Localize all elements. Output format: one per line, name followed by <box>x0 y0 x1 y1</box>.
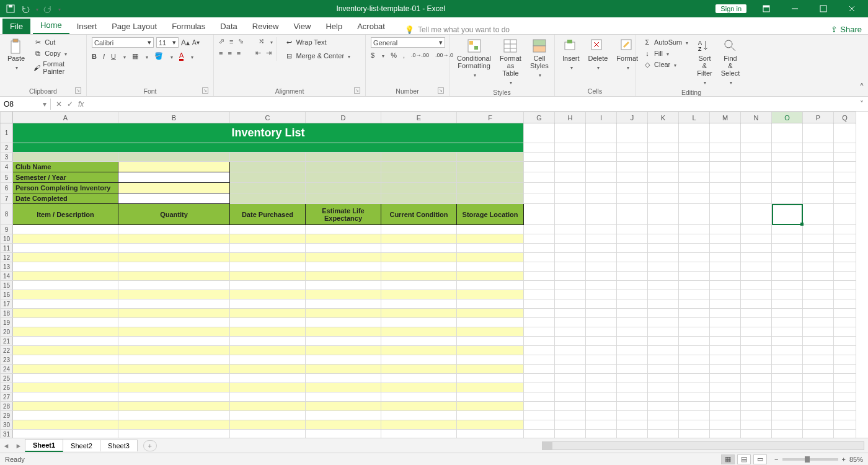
cell-K13[interactable] <box>648 262 679 272</box>
tab-formulas[interactable]: Formulas <box>164 19 213 34</box>
tab-help[interactable]: Help <box>318 19 350 34</box>
normal-view-icon[interactable]: ▦ <box>721 454 735 464</box>
cell-D17[interactable] <box>306 299 381 309</box>
name-box[interactable]: O8▾ <box>0 99 51 110</box>
cell-P13[interactable] <box>803 262 834 272</box>
new-sheet-button[interactable]: + <box>143 440 157 451</box>
cell-G24[interactable] <box>524 365 555 374</box>
decrease-indent-icon[interactable]: ⇤ <box>255 49 261 57</box>
cell-G19[interactable] <box>524 318 555 327</box>
cell-E18[interactable] <box>381 309 457 318</box>
fill-button[interactable]: ↓Fill <box>640 48 691 58</box>
cell-F27[interactable] <box>457 392 524 402</box>
bold-button[interactable]: B <box>92 53 97 60</box>
cell-A12[interactable] <box>13 253 118 262</box>
cell-D26[interactable] <box>306 383 381 392</box>
cell-K23[interactable] <box>648 355 679 365</box>
cell-I8[interactable] <box>586 204 617 225</box>
cell-C13[interactable] <box>230 262 306 272</box>
cell-E19[interactable] <box>381 318 457 327</box>
row-header-21[interactable]: 21 <box>1 337 13 346</box>
cell-Q11[interactable] <box>834 244 856 253</box>
cell-F20[interactable] <box>457 327 524 337</box>
decrease-font-icon[interactable]: A▾ <box>192 39 200 46</box>
cell-B12[interactable] <box>118 253 230 262</box>
cell-K10[interactable] <box>648 234 679 244</box>
cell-I15[interactable] <box>586 281 617 290</box>
cell-J21[interactable] <box>617 337 648 346</box>
orientation-button[interactable]: ⤭ <box>259 37 264 45</box>
cell-K12[interactable] <box>648 253 679 262</box>
cell-E17[interactable] <box>381 299 457 309</box>
cell-N21[interactable] <box>741 337 772 346</box>
cell-Q25[interactable] <box>834 374 856 383</box>
column-header-H[interactable]: H <box>555 112 586 123</box>
cell-C24[interactable] <box>230 365 306 374</box>
cell-Q30[interactable] <box>834 420 856 430</box>
cell-A23[interactable] <box>13 355 118 365</box>
cell-P6[interactable] <box>803 183 834 193</box>
column-header-O[interactable]: O <box>772 112 803 123</box>
cell-I18[interactable] <box>586 309 617 318</box>
cell-G26[interactable] <box>524 383 555 392</box>
cell-I2[interactable] <box>586 143 617 153</box>
cell-P11[interactable] <box>803 244 834 253</box>
row-header-9[interactable]: 9 <box>1 225 13 234</box>
cell-F18[interactable] <box>457 309 524 318</box>
cell-A22[interactable] <box>13 346 118 355</box>
cell-A25[interactable] <box>13 374 118 383</box>
cell-M6[interactable] <box>710 183 741 193</box>
cell-M11[interactable] <box>710 244 741 253</box>
cell-N25[interactable] <box>741 374 772 383</box>
font-dialog-launcher[interactable]: ↘ <box>202 87 208 94</box>
cell-C18[interactable] <box>230 309 306 318</box>
cell-Q5[interactable] <box>834 172 856 183</box>
cell-L3[interactable] <box>679 153 710 162</box>
cell-J7[interactable] <box>617 193 648 204</box>
cell-A15[interactable] <box>13 281 118 290</box>
cell-G2[interactable] <box>524 143 555 153</box>
cell-B29[interactable] <box>118 411 230 420</box>
cell-C27[interactable] <box>230 392 306 402</box>
cell-C8[interactable]: Date Purchased <box>230 204 306 225</box>
cell-A8[interactable]: Item / Description <box>13 204 118 225</box>
font-color-button[interactable]: A <box>179 51 184 61</box>
align-left-icon[interactable]: ≡ <box>219 50 223 57</box>
cell-P29[interactable] <box>803 411 834 420</box>
cell-Q22[interactable] <box>834 346 856 355</box>
cell-B15[interactable] <box>118 281 230 290</box>
page-break-view-icon[interactable]: ▭ <box>753 454 767 464</box>
format-painter-button[interactable]: 🖌Format Painter <box>31 60 81 76</box>
cell-D27[interactable] <box>306 392 381 402</box>
cell-H9[interactable] <box>555 225 586 234</box>
cell-J28[interactable] <box>617 402 648 411</box>
cell-N7[interactable] <box>741 193 772 204</box>
clipboard-dialog-launcher[interactable]: ↘ <box>75 87 81 94</box>
cell-L26[interactable] <box>679 383 710 392</box>
cell-G22[interactable] <box>524 346 555 355</box>
cell-M29[interactable] <box>710 411 741 420</box>
cell-L30[interactable] <box>679 420 710 430</box>
cell-N26[interactable] <box>741 383 772 392</box>
column-header-K[interactable]: K <box>648 112 679 123</box>
cell-C7[interactable] <box>230 193 306 204</box>
cell-P19[interactable] <box>803 318 834 327</box>
cell-L20[interactable] <box>679 327 710 337</box>
cell-C6[interactable] <box>230 183 306 193</box>
column-header-G[interactable]: G <box>524 112 555 123</box>
cell-M8[interactable] <box>710 204 741 225</box>
enter-formula-icon[interactable]: ✓ <box>67 100 73 108</box>
cell-G13[interactable] <box>524 262 555 272</box>
cell-H6[interactable] <box>555 183 586 193</box>
cell-M17[interactable] <box>710 299 741 309</box>
conditional-formatting-button[interactable]: Conditional Formatting <box>454 37 494 80</box>
cell-L17[interactable] <box>679 299 710 309</box>
zoom-in-button[interactable]: + <box>842 456 846 463</box>
cell-D30[interactable] <box>306 420 381 430</box>
format-as-table-button[interactable]: Format as Table <box>497 37 524 87</box>
align-right-icon[interactable]: ≡ <box>237 50 241 57</box>
cell-M31[interactable] <box>710 430 741 438</box>
cell-M23[interactable] <box>710 355 741 365</box>
cell-C26[interactable] <box>230 383 306 392</box>
column-header-Q[interactable]: Q <box>834 112 856 123</box>
